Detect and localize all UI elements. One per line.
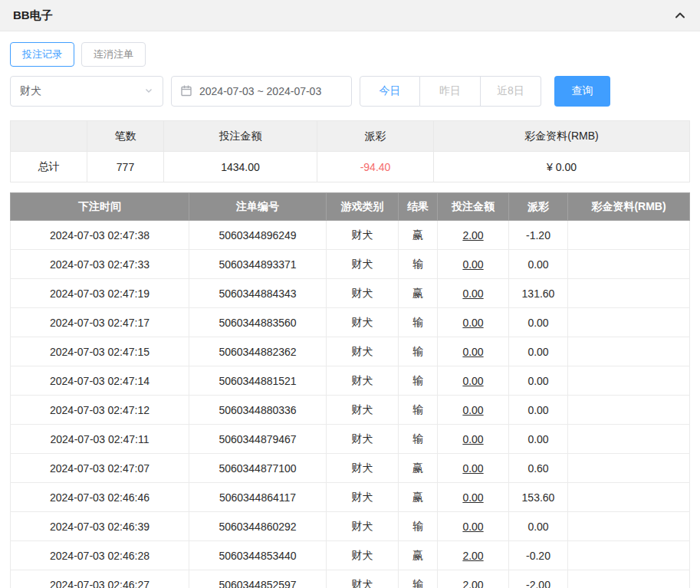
summary-total-label: 总计 bbox=[11, 152, 87, 182]
summary-total-row: 总计 777 1434.00 -94.40 ¥ 0.00 bbox=[11, 152, 690, 182]
cell-bonus bbox=[568, 454, 690, 483]
cell-bet-amount-link[interactable]: 0.00 bbox=[438, 483, 509, 512]
cell-payout: 0.00 bbox=[509, 512, 568, 541]
game-select[interactable]: 财犬 bbox=[10, 76, 163, 107]
header-payout: 派彩 bbox=[509, 193, 568, 221]
date-range-value: 2024-07-03 ~ 2024-07-03 bbox=[199, 85, 321, 97]
cell-bet-time: 2024-07-03 02:47:14 bbox=[11, 366, 189, 396]
table-row: 2024-07-03 02:47:11 5060344879467 财犬 输 0… bbox=[11, 425, 690, 454]
cell-game-type: 财犬 bbox=[327, 512, 399, 541]
cell-order-id: 5060344879467 bbox=[189, 425, 327, 454]
cell-bet-amount-link[interactable]: 0.00 bbox=[438, 279, 509, 308]
summary-total-bonus: ¥ 0.00 bbox=[434, 152, 690, 182]
cell-bonus bbox=[568, 366, 690, 396]
filter-row: 财犬 2024-07-03 ~ 2024-07-03 今日 昨日 近8日 查询 bbox=[10, 76, 690, 107]
quick-date-button-group: 今日 昨日 近8日 bbox=[360, 76, 541, 107]
cell-bonus bbox=[568, 250, 690, 279]
cell-result: 输 bbox=[399, 396, 438, 425]
cell-bonus bbox=[568, 279, 690, 308]
calendar-icon bbox=[180, 84, 192, 99]
cell-bet-amount-link[interactable]: 2.00 bbox=[438, 570, 509, 588]
header-result: 结果 bbox=[399, 193, 438, 221]
cell-bet-amount-link[interactable]: 0.00 bbox=[438, 337, 509, 366]
cell-bonus bbox=[568, 512, 690, 541]
cell-order-id: 5060344882362 bbox=[189, 337, 327, 366]
cell-bet-time: 2024-07-03 02:47:38 bbox=[11, 221, 189, 250]
table-row: 2024-07-03 02:47:07 5060344877100 财犬 赢 0… bbox=[11, 454, 690, 483]
table-row: 2024-07-03 02:46:39 5060344860292 财犬 输 0… bbox=[11, 512, 690, 541]
last-8-days-button[interactable]: 近8日 bbox=[481, 76, 541, 107]
header-bet-amount: 投注金额 bbox=[438, 193, 509, 221]
cell-payout: 0.00 bbox=[509, 396, 568, 425]
cell-bonus bbox=[568, 425, 690, 454]
cell-game-type: 财犬 bbox=[327, 366, 399, 396]
cell-bet-time: 2024-07-03 02:47:17 bbox=[11, 308, 189, 337]
cell-result: 输 bbox=[399, 512, 438, 541]
header-bet-time: 下注时间 bbox=[11, 193, 189, 221]
cell-bet-amount-link[interactable]: 0.00 bbox=[438, 396, 509, 425]
cell-payout: 0.00 bbox=[509, 366, 568, 396]
cell-order-id: 5060344881521 bbox=[189, 366, 327, 396]
cell-bet-amount-link[interactable]: 0.00 bbox=[438, 425, 509, 454]
cell-result: 输 bbox=[399, 570, 438, 588]
summary-total-count: 777 bbox=[87, 152, 164, 182]
cell-payout: -1.20 bbox=[509, 221, 568, 250]
cell-payout: -2.00 bbox=[509, 570, 568, 588]
summary-header-count: 笔数 bbox=[87, 121, 164, 152]
header-order-id: 注单编号 bbox=[189, 193, 327, 221]
cell-result: 输 bbox=[399, 337, 438, 366]
cell-bet-amount-link[interactable]: 0.00 bbox=[438, 366, 509, 396]
cell-game-type: 财犬 bbox=[327, 337, 399, 366]
bet-table: 下注时间 注单编号 游戏类别 结果 投注金额 派彩 彩金资料(RMB) 2024… bbox=[10, 192, 690, 588]
tab-cancelled-orders[interactable]: 连消注单 bbox=[81, 42, 146, 67]
date-range-picker[interactable]: 2024-07-03 ~ 2024-07-03 bbox=[171, 76, 352, 107]
cell-result: 输 bbox=[399, 366, 438, 396]
cell-game-type: 财犬 bbox=[327, 425, 399, 454]
cell-result: 赢 bbox=[399, 454, 438, 483]
tab-bet-records[interactable]: 投注记录 bbox=[10, 42, 74, 67]
summary-header-payout: 派彩 bbox=[317, 121, 434, 152]
cell-bet-amount-link[interactable]: 0.00 bbox=[438, 454, 509, 483]
query-button[interactable]: 查询 bbox=[554, 76, 610, 107]
cell-order-id: 5060344864117 bbox=[189, 483, 327, 512]
cell-bet-time: 2024-07-03 02:47:19 bbox=[11, 279, 189, 308]
cell-bet-time: 2024-07-03 02:47:15 bbox=[11, 337, 189, 366]
cell-bet-amount-link[interactable]: 0.00 bbox=[438, 512, 509, 541]
cell-game-type: 财犬 bbox=[327, 454, 399, 483]
cell-order-id: 5060344884343 bbox=[189, 279, 327, 308]
cell-result: 输 bbox=[399, 250, 438, 279]
panel-title: BB电子 bbox=[13, 8, 53, 23]
collapse-chevron-up-icon[interactable] bbox=[673, 8, 687, 22]
cell-result: 赢 bbox=[399, 221, 438, 250]
cell-order-id: 5060344860292 bbox=[189, 512, 327, 541]
cell-bet-time: 2024-07-03 02:47:11 bbox=[11, 425, 189, 454]
table-row: 2024-07-03 02:47:17 5060344883560 财犬 输 0… bbox=[11, 308, 690, 337]
summary-total-bet-amount: 1434.00 bbox=[164, 152, 317, 182]
cell-bonus bbox=[568, 396, 690, 425]
cell-bet-time: 2024-07-03 02:47:33 bbox=[11, 250, 189, 279]
cell-bet-amount-link[interactable]: 2.00 bbox=[438, 541, 509, 570]
yesterday-button[interactable]: 昨日 bbox=[420, 76, 481, 107]
cell-bet-amount-link[interactable]: 2.00 bbox=[438, 221, 509, 250]
cell-order-id: 5060344853440 bbox=[189, 541, 327, 570]
cell-result: 输 bbox=[399, 308, 438, 337]
table-row: 2024-07-03 02:46:27 5060344852597 财犬 输 2… bbox=[11, 570, 690, 588]
today-button[interactable]: 今日 bbox=[360, 76, 420, 107]
cell-bonus bbox=[568, 483, 690, 512]
cell-result: 赢 bbox=[399, 483, 438, 512]
cell-game-type: 财犬 bbox=[327, 541, 399, 570]
summary-header-bet-amount: 投注金额 bbox=[164, 121, 317, 152]
cell-bet-amount-link[interactable]: 0.00 bbox=[438, 250, 509, 279]
cell-bonus bbox=[568, 308, 690, 337]
header-bonus: 彩金资料(RMB) bbox=[568, 193, 690, 221]
bet-table-header-row: 下注时间 注单编号 游戏类别 结果 投注金额 派彩 彩金资料(RMB) bbox=[11, 193, 690, 221]
cell-bet-amount-link[interactable]: 0.00 bbox=[438, 308, 509, 337]
cell-game-type: 财犬 bbox=[327, 570, 399, 588]
table-row: 2024-07-03 02:47:12 5060344880336 财犬 输 0… bbox=[11, 396, 690, 425]
cell-game-type: 财犬 bbox=[327, 221, 399, 250]
cell-result: 输 bbox=[399, 425, 438, 454]
cell-game-type: 财犬 bbox=[327, 483, 399, 512]
cell-bet-time: 2024-07-03 02:47:07 bbox=[11, 454, 189, 483]
cell-game-type: 财犬 bbox=[327, 396, 399, 425]
cell-payout: 0.60 bbox=[509, 454, 568, 483]
